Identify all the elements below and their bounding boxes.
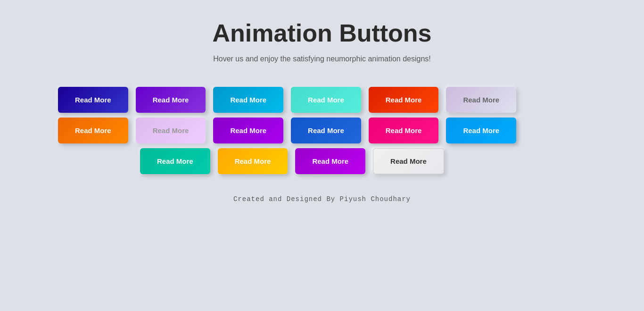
button-purple[interactable]: Read More (136, 87, 206, 113)
button-green-teal[interactable]: Read More (140, 148, 210, 174)
button-hot-pink[interactable]: Read More (369, 118, 439, 143)
buttons-grid: Read More Read More Read More Read More … (39, 87, 605, 174)
button-white-neumorphic[interactable]: Read More (373, 148, 444, 174)
button-violet[interactable]: Read More (213, 118, 283, 143)
page-subtitle: Hover us and enjoy the satisfying neumor… (213, 55, 431, 63)
button-blue[interactable]: Read More (291, 118, 361, 143)
button-magenta-purple[interactable]: Read More (295, 148, 365, 174)
buttons-row-2: Read More Read More Read More Read More … (58, 118, 516, 143)
button-light-purple-gray[interactable]: Read More (446, 87, 516, 113)
button-dark-blue[interactable]: Read More (58, 87, 128, 113)
button-orange[interactable]: Read More (58, 118, 128, 143)
button-red-orange[interactable]: Read More (369, 87, 439, 113)
button-yellow-orange[interactable]: Read More (218, 148, 288, 174)
page-title: Animation Buttons (212, 19, 431, 47)
button-sky-blue[interactable]: Read More (446, 118, 516, 143)
buttons-row-1: Read More Read More Read More Read More … (58, 87, 516, 113)
page-container: Animation Buttons Hover us and enjoy the… (0, 0, 644, 311)
button-light-lavender[interactable]: Read More (136, 118, 206, 143)
button-teal[interactable]: Read More (291, 87, 361, 113)
button-cyan-blue[interactable]: Read More (213, 87, 283, 113)
buttons-row-3: Read More Read More Read More Read More (140, 148, 444, 174)
footer-text: Created and Designed By Piyush Choudhary (233, 195, 411, 203)
